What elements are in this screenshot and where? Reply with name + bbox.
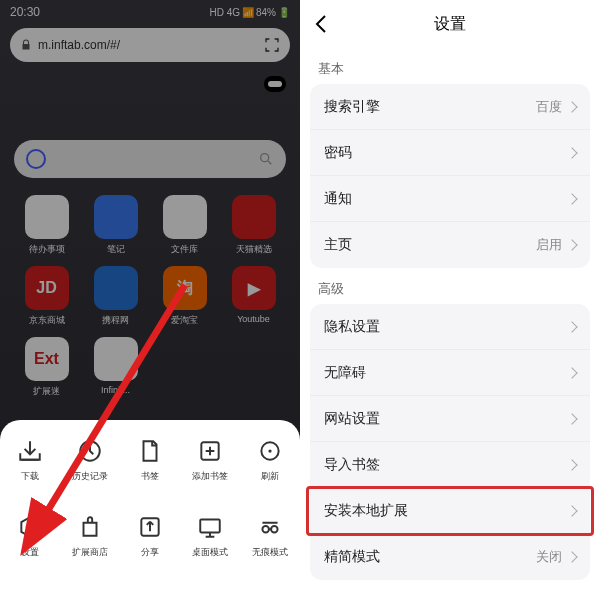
section-title-advanced: 高级	[300, 268, 600, 304]
scan-icon[interactable]	[264, 37, 280, 53]
menu-desktop-button[interactable]: 桌面模式	[180, 514, 240, 586]
chevron-right-icon	[566, 147, 577, 158]
row-value: 百度	[536, 98, 562, 116]
app-label: 待办事项	[29, 243, 65, 256]
app-爱淘宝[interactable]: 淘爱淘宝	[155, 266, 215, 327]
svg-point-4	[268, 449, 271, 452]
menu-bookmark-button[interactable]: 书签	[120, 438, 180, 510]
app-icon	[94, 195, 138, 239]
row-label: 主页	[324, 236, 352, 254]
row-label: 安装本地扩展	[324, 502, 408, 520]
app-label: 笔记	[107, 243, 125, 256]
app-Youtube[interactable]: ▶Youtube	[224, 266, 284, 327]
app-笔记[interactable]: 笔记	[86, 195, 146, 256]
settings-row-basic-3[interactable]: 主页启用	[310, 222, 590, 268]
settings-row-basic-0[interactable]: 搜索引擎百度	[310, 84, 590, 130]
refresh-icon	[257, 438, 283, 464]
menu-label: 刷新	[261, 470, 279, 483]
menu-grid: 下载历史记录书签添加书签刷新设置扩展商店分享桌面模式无痕模式	[0, 438, 300, 586]
row-label: 通知	[324, 190, 352, 208]
row-label: 网站设置	[324, 410, 380, 428]
row-label: 无障碍	[324, 364, 366, 382]
tabs-badge[interactable]	[264, 76, 286, 92]
app-icon	[94, 337, 138, 381]
app-icon	[232, 195, 276, 239]
search-engine-logo-icon	[26, 149, 46, 169]
menu-add-bookmark-button[interactable]: 添加书签	[180, 438, 240, 510]
app-empty	[224, 337, 284, 398]
settings-icon	[17, 514, 43, 540]
extension-icon	[77, 514, 103, 540]
home-search-bar[interactable]	[14, 140, 286, 178]
menu-settings-button[interactable]: 设置	[0, 514, 60, 586]
app-文件库[interactable]: 文件库	[155, 195, 215, 256]
menu-refresh-button[interactable]: 刷新	[240, 438, 300, 510]
row-label: 精简模式	[324, 548, 380, 566]
svg-point-8	[262, 526, 269, 533]
left-phone-screenshot: 20:30 HD 4G 📶 84% 🔋 m.inftab.com/#/ 待办事项…	[0, 0, 300, 600]
row-value: 启用	[536, 236, 562, 254]
address-bar[interactable]: m.inftab.com/#/	[10, 28, 290, 62]
svg-point-0	[261, 154, 269, 162]
status-icons: HD 4G 📶 84% 🔋	[209, 7, 290, 18]
home-app-grid: 待办事项笔记文件库天猫精选JD京东商城携程网淘爱淘宝▶YoutubeExt扩展迷…	[0, 195, 300, 408]
menu-label: 设置	[21, 546, 39, 559]
menu-download-button[interactable]: 下载	[0, 438, 60, 510]
desktop-icon	[197, 514, 223, 540]
settings-row-advanced-4[interactable]: 安装本地扩展	[310, 488, 590, 534]
chevron-right-icon	[566, 551, 577, 562]
battery-indicator: 84%	[256, 7, 276, 18]
app-icon: JD	[25, 266, 69, 310]
menu-share-button[interactable]: 分享	[120, 514, 180, 586]
menu-label: 扩展商店	[72, 546, 108, 559]
app-携程网[interactable]: 携程网	[86, 266, 146, 327]
menu-label: 分享	[141, 546, 159, 559]
chevron-right-icon	[566, 367, 577, 378]
settings-row-advanced-2[interactable]: 网站设置	[310, 396, 590, 442]
menu-incognito-button[interactable]: 无痕模式	[240, 514, 300, 586]
status-time: 20:30	[10, 5, 40, 19]
chevron-right-icon	[566, 101, 577, 112]
share-icon	[137, 514, 163, 540]
lock-icon	[20, 39, 32, 51]
history-icon	[77, 438, 103, 464]
app-label: 京东商城	[29, 314, 65, 327]
app-待办事项[interactable]: 待办事项	[17, 195, 77, 256]
app-icon: 淘	[163, 266, 207, 310]
status-bar: 20:30 HD 4G 📶 84% 🔋	[0, 0, 300, 24]
menu-label: 桌面模式	[192, 546, 228, 559]
back-icon[interactable]	[310, 12, 334, 36]
chevron-right-icon	[566, 413, 577, 424]
incognito-icon	[257, 514, 283, 540]
menu-history-button[interactable]: 历史记录	[60, 438, 120, 510]
page-title: 设置	[434, 14, 466, 35]
menu-extension-button[interactable]: 扩展商店	[60, 514, 120, 586]
menu-label: 无痕模式	[252, 546, 288, 559]
app-icon	[94, 266, 138, 310]
menu-label: 历史记录	[72, 470, 108, 483]
app-扩展迷[interactable]: Ext扩展迷	[17, 337, 77, 398]
app-empty	[155, 337, 215, 398]
app-label: 文件库	[171, 243, 198, 256]
settings-row-advanced-0[interactable]: 隐私设置	[310, 304, 590, 350]
bookmark-icon	[137, 438, 163, 464]
row-value: 关闭	[536, 548, 562, 566]
app-label: 天猫精选	[236, 243, 272, 256]
settings-group-basic: 搜索引擎百度密码通知主页启用	[310, 84, 590, 268]
app-label: 爱淘宝	[171, 314, 198, 327]
search-icon	[258, 151, 274, 167]
app-天猫精选[interactable]: 天猫精选	[224, 195, 284, 256]
app-label: 扩展迷	[33, 385, 60, 398]
settings-row-advanced-3[interactable]: 导入书签	[310, 442, 590, 488]
settings-header: 设置	[300, 0, 600, 48]
app-icon: Ext	[25, 337, 69, 381]
menu-bottom-sheet: 下载历史记录书签添加书签刷新设置扩展商店分享桌面模式无痕模式	[0, 420, 300, 600]
settings-row-basic-1[interactable]: 密码	[310, 130, 590, 176]
battery-icon: 🔋	[278, 7, 290, 18]
app-京东商城[interactable]: JD京东商城	[17, 266, 77, 327]
settings-row-basic-2[interactable]: 通知	[310, 176, 590, 222]
app-Infinit...[interactable]: Infinit...	[86, 337, 146, 398]
settings-row-advanced-5[interactable]: 精简模式关闭	[310, 534, 590, 580]
settings-row-advanced-1[interactable]: 无障碍	[310, 350, 590, 396]
chevron-right-icon	[566, 193, 577, 204]
